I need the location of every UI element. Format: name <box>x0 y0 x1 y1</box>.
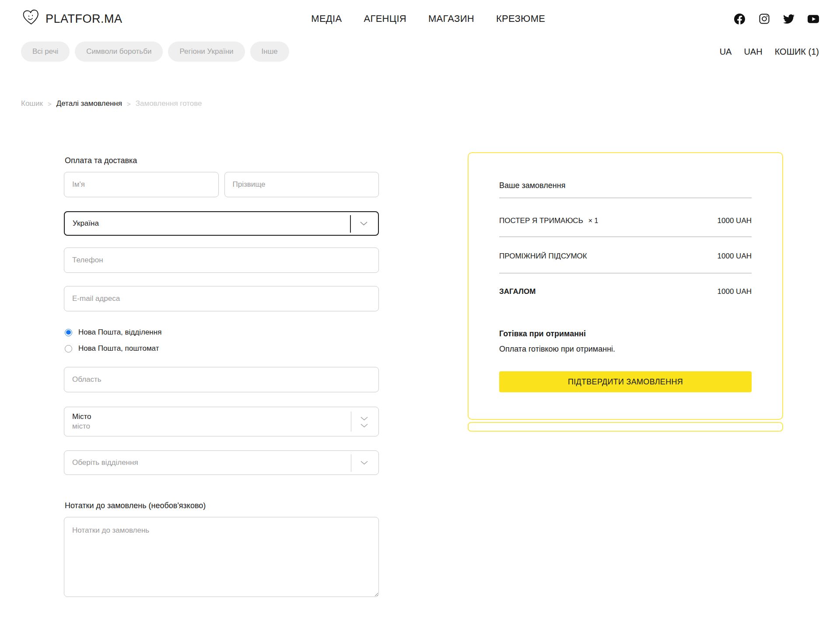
order-summary-box: Ваше замовлення ПОСТЕР Я ТРИМАЮСЬ× 1 100… <box>468 152 783 420</box>
chevron-down-icon <box>360 421 368 430</box>
city-select-placeholder: місто <box>72 422 348 431</box>
breadcrumb-separator: > <box>127 100 131 108</box>
filter-regions[interactable]: Регіони України <box>168 42 245 62</box>
payment-method-title: Готівка при отриманні <box>499 329 752 338</box>
total-row: ЗАГАЛОМ 1000 UAH <box>499 273 752 296</box>
country-select-value: Україна <box>73 219 99 228</box>
shipping-option-locker[interactable]: Нова Пошта, поштомат <box>65 344 379 353</box>
select-divider <box>351 412 352 432</box>
shipping-option-label: Нова Пошта, відділення <box>78 328 161 337</box>
nav-agency[interactable]: АГЕНЦІЯ <box>364 13 406 24</box>
order-notes-textarea[interactable] <box>64 517 379 597</box>
order-notes-label: Нотатки до замовлень (необов'язково) <box>65 501 379 510</box>
breadcrumb-cart[interactable]: Кошик <box>21 99 43 108</box>
country-select[interactable]: Україна <box>64 211 379 236</box>
breadcrumb: Кошик > Деталі замовлення > Замовлення г… <box>21 99 819 108</box>
subtotal-row: ПРОМІЖНИЙ ПІДСУМОК 1000 UAH <box>499 237 752 273</box>
order-item-row: ПОСТЕР Я ТРИМАЮСЬ× 1 1000 UAH <box>499 198 752 237</box>
summary-footer-strip <box>468 422 783 432</box>
name-row <box>64 172 379 197</box>
subtotal-label: ПРОМІЖНИЙ ПІДСУМОК <box>499 252 587 261</box>
item-quantity: × 1 <box>588 217 598 224</box>
order-item-name: ПОСТЕР Я ТРИМАЮСЬ× 1 <box>499 216 598 225</box>
subheader: Всі речі Символи боротьби Регіони Україн… <box>0 42 840 62</box>
filter-all-items[interactable]: Всі речі <box>21 42 70 62</box>
breadcrumb-order-details: Деталі замовлення <box>56 99 122 108</box>
site-header: PLATFOR.MA МЕДІА АГЕНЦІЯ МАГАЗИН КРЕЗЮМЕ <box>0 0 840 28</box>
language-switcher[interactable]: UA <box>720 47 732 57</box>
chevron-down-icon <box>360 458 368 467</box>
category-filters: Всі речі Символи боротьби Регіони Україн… <box>21 42 289 62</box>
branch-select[interactable]: Оберіть відділення <box>64 450 379 475</box>
filter-symbols[interactable]: Символи боротьби <box>75 42 163 62</box>
youtube-icon[interactable] <box>808 13 819 24</box>
currency-switcher[interactable]: UAH <box>744 47 762 57</box>
filter-other[interactable]: Інше <box>250 42 289 62</box>
city-select-value: Місто <box>72 412 348 421</box>
email-input[interactable] <box>64 286 379 311</box>
payment-method-block: Готівка при отриманні Оплата готівкою пр… <box>499 329 752 354</box>
nav-shop[interactable]: МАГАЗИН <box>428 13 474 24</box>
total-label: ЗАГАЛОМ <box>499 287 536 296</box>
shipping-option-branch[interactable]: Нова Пошта, відділення <box>65 328 379 337</box>
subtotal-price: 1000 UAH <box>718 252 752 261</box>
total-price: 1000 UAH <box>718 287 752 296</box>
meta-links: UA UAH КОШИК (1) <box>720 47 819 57</box>
instagram-icon[interactable] <box>759 13 770 24</box>
phone-input[interactable] <box>64 248 379 273</box>
social-links <box>734 13 819 24</box>
order-summary-title: Ваше замовлення <box>499 181 752 190</box>
form-title: Оплата та доставка <box>65 156 379 165</box>
payment-method-description: Оплата готівкою при отриманні. <box>499 345 752 354</box>
city-select[interactable]: Місто місто <box>64 407 379 436</box>
brand-name: PLATFOR.MA <box>46 12 122 26</box>
cart-link[interactable]: КОШИК (1) <box>775 47 819 57</box>
logo[interactable]: PLATFOR.MA <box>21 9 122 29</box>
checkout-page: PLATFOR.MA МЕДІА АГЕНЦІЯ МАГАЗИН КРЕЗЮМЕ <box>0 0 840 642</box>
breadcrumb-order-complete: Замовлення готове <box>136 99 202 108</box>
radio-checked-icon <box>65 329 72 336</box>
order-summary-column: Ваше замовлення ПОСТЕР Я ТРИМАЮСЬ× 1 100… <box>468 152 783 432</box>
item-price: 1000 UAH <box>718 216 752 225</box>
heart-smiley-icon <box>21 9 41 29</box>
checkout-form: Оплата та доставка Україна Нова Пошта, в… <box>64 152 379 599</box>
radio-unchecked-icon <box>65 345 72 352</box>
region-input[interactable] <box>64 367 379 392</box>
nav-cresume[interactable]: КРЕЗЮМЕ <box>496 13 545 24</box>
main-nav: МЕДІА АГЕНЦІЯ МАГАЗИН КРЕЗЮМЕ <box>311 13 545 24</box>
nav-media[interactable]: МЕДІА <box>311 13 342 24</box>
main-content: Оплата та доставка Україна Нова Пошта, в… <box>64 152 819 599</box>
select-divider <box>351 454 352 472</box>
branch-select-placeholder: Оберіть відділення <box>72 458 138 467</box>
confirm-order-button[interactable]: ПІДТВЕРДИТИ ЗАМОВЛЕННЯ <box>499 371 752 392</box>
first-name-input[interactable] <box>64 172 219 197</box>
select-divider <box>350 215 351 233</box>
last-name-input[interactable] <box>224 172 379 197</box>
breadcrumb-separator: > <box>48 100 52 108</box>
item-title: ПОСТЕР Я ТРИМАЮСЬ <box>499 216 583 225</box>
twitter-icon[interactable] <box>783 13 794 24</box>
facebook-icon[interactable] <box>734 13 746 24</box>
chevron-down-icon <box>360 219 368 228</box>
shipping-method-options: Нова Пошта, відділення Нова Пошта, пошто… <box>65 328 379 353</box>
shipping-option-label: Нова Пошта, поштомат <box>78 344 159 353</box>
